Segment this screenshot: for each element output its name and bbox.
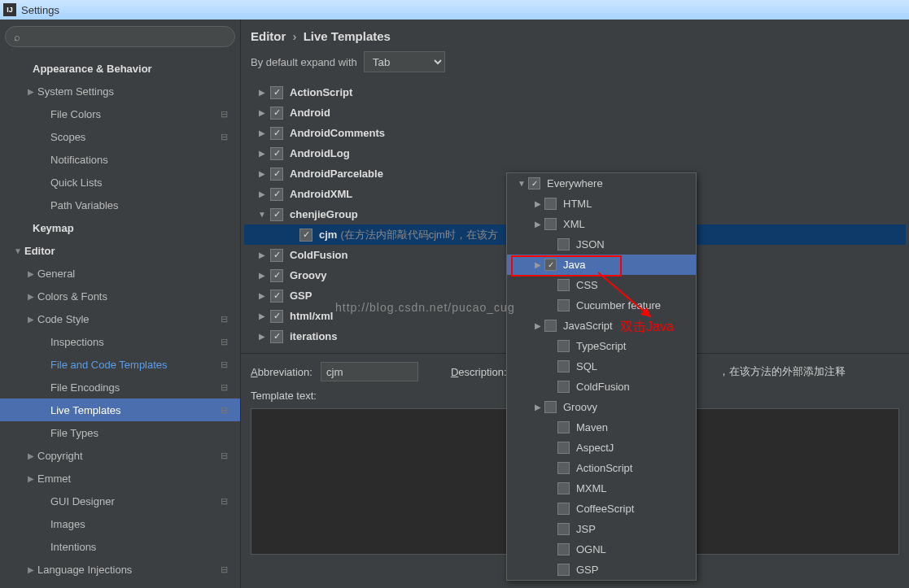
sidebar-item[interactable]: Scopes⊟ <box>0 125 240 148</box>
checkbox[interactable] <box>544 320 557 332</box>
checkbox[interactable]: ✓ <box>270 330 283 343</box>
checkbox[interactable] <box>557 279 570 291</box>
template-group-row[interactable]: ▶✓AndroidComments <box>244 123 906 143</box>
checkbox[interactable] <box>557 299 570 311</box>
abbreviation-input[interactable] <box>321 362 418 381</box>
context-item[interactable]: ColdFusion <box>507 377 696 397</box>
checkbox[interactable]: ✓ <box>270 290 283 303</box>
expand-arrow-icon: ▶ <box>254 189 270 198</box>
checkbox[interactable] <box>557 421 570 433</box>
sidebar-item[interactable]: Path Variables <box>0 194 240 216</box>
context-item[interactable]: OGNL <box>507 539 696 560</box>
sidebar-item[interactable]: File Encodings⊟ <box>0 376 240 399</box>
expand-with-select[interactable]: Tab <box>364 51 445 72</box>
sidebar-item-label: File Types <box>50 427 234 439</box>
context-item[interactable]: CoffeeScript <box>507 499 696 519</box>
checkbox[interactable]: ✓ <box>270 249 283 262</box>
checkbox[interactable]: ✓ <box>270 127 283 140</box>
checkbox[interactable] <box>557 564 570 576</box>
context-item[interactable]: SQL <box>507 356 696 377</box>
checkbox[interactable] <box>557 523 570 535</box>
template-group-row[interactable]: ▶✓ActionScript <box>244 82 906 102</box>
expand-arrow-icon: ▼ <box>11 246 24 255</box>
checkbox[interactable] <box>557 340 570 352</box>
checkbox[interactable] <box>557 238 570 250</box>
context-item[interactable]: Maven <box>507 417 696 438</box>
context-item[interactable]: TypeScript <box>507 336 696 356</box>
context-item[interactable]: MXML <box>507 478 696 499</box>
context-item[interactable]: JSP <box>507 519 696 539</box>
sidebar-item[interactable]: ▶Language Injections⊟ <box>0 558 240 581</box>
checkbox[interactable] <box>557 543 570 555</box>
context-label: CoffeeScript <box>576 503 634 515</box>
checkbox[interactable]: ✓ <box>270 168 283 181</box>
sidebar-item[interactable]: ▶System Settings <box>0 80 240 102</box>
context-item[interactable]: Cucumber feature <box>507 295 696 316</box>
checkbox[interactable] <box>557 503 570 515</box>
context-item[interactable]: ▶✓Java <box>507 255 696 275</box>
sidebar-item[interactable]: GUI Designer⊟ <box>0 490 240 512</box>
sidebar-item[interactable]: Quick Lists <box>0 171 240 194</box>
expand-arrow-icon: ▶ <box>531 199 544 208</box>
sidebar-item[interactable]: ▶General <box>0 262 240 285</box>
context-item[interactable]: GSP <box>507 560 696 580</box>
checkbox[interactable] <box>557 360 570 372</box>
sidebar-item[interactable]: File and Code Templates⊟ <box>0 353 240 376</box>
context-item[interactable]: ▶Groovy <box>507 397 696 417</box>
settings-search[interactable]: ⌕ <box>5 26 235 47</box>
context-item[interactable]: CSS <box>507 275 696 295</box>
sidebar-item[interactable]: Keymap <box>0 216 240 239</box>
checkbox[interactable] <box>557 442 570 454</box>
context-item[interactable]: ▼✓Everywhere <box>507 173 696 194</box>
context-item[interactable]: ▶JavaScript <box>507 316 696 336</box>
context-item[interactable]: ▶HTML <box>507 194 696 214</box>
sidebar-item[interactable]: Images <box>0 512 240 535</box>
checkbox[interactable]: ✓ <box>544 259 557 271</box>
sidebar-item[interactable]: File Types <box>0 421 240 444</box>
gear-icon: ⊟ <box>221 382 234 393</box>
checkbox[interactable] <box>544 218 557 230</box>
context-item[interactable]: ▶XML <box>507 214 696 234</box>
checkbox[interactable]: ✓ <box>270 147 283 160</box>
sidebar-item-label: System Settings <box>37 85 234 98</box>
checkbox[interactable] <box>544 198 557 210</box>
sidebar-item[interactable]: ▶Code Style⊟ <box>0 307 240 330</box>
checkbox[interactable]: ✓ <box>299 229 312 242</box>
context-item[interactable]: JSON <box>507 234 696 255</box>
sidebar-item[interactable]: ▶Colors & Fonts <box>0 285 240 307</box>
expand-arrow-icon: ▶ <box>254 149 270 158</box>
checkbox[interactable] <box>557 482 570 494</box>
sidebar-item[interactable]: Intentions <box>0 535 240 558</box>
checkbox[interactable]: ✓ <box>270 310 283 323</box>
sidebar-item[interactable]: ▶Emmet <box>0 467 240 490</box>
breadcrumb-current: Live Templates <box>304 29 391 43</box>
expand-arrow-icon: ▶ <box>24 292 37 301</box>
checkbox[interactable]: ✓ <box>528 177 540 189</box>
sidebar-item[interactable]: Spelling⊟ <box>0 581 240 588</box>
sidebar-item[interactable]: ▶Copyright⊟ <box>0 444 240 467</box>
sidebar-item[interactable]: ▼Editor <box>0 239 240 262</box>
sidebar-item-label: GUI Designer <box>50 495 221 507</box>
sidebar-item[interactable]: Live Templates⊟ <box>0 399 240 421</box>
checkbox[interactable]: ✓ <box>270 208 283 221</box>
expand-arrow-icon: ▶ <box>531 321 544 330</box>
template-group-row[interactable]: ▶✓Android <box>244 102 906 123</box>
context-item[interactable]: AspectJ <box>507 438 696 458</box>
checkbox[interactable]: ✓ <box>270 86 283 99</box>
template-group-row[interactable]: ▶✓AndroidLog <box>244 143 906 163</box>
checkbox[interactable]: ✓ <box>270 107 283 120</box>
sidebar-item-label: Intentions <box>50 541 234 553</box>
checkbox[interactable] <box>557 462 570 474</box>
checkbox[interactable] <box>557 381 570 393</box>
context-label: Java <box>563 259 585 271</box>
sidebar-item[interactable]: Inspections⊟ <box>0 330 240 353</box>
sidebar-item[interactable]: Appearance & Behavior <box>0 57 240 80</box>
gear-icon: ⊟ <box>221 314 234 324</box>
checkbox[interactable]: ✓ <box>270 269 283 282</box>
context-label: Groovy <box>563 401 597 413</box>
checkbox[interactable]: ✓ <box>270 188 283 201</box>
sidebar-item[interactable]: File Colors⊟ <box>0 102 240 125</box>
sidebar-item[interactable]: Notifications <box>0 148 240 171</box>
checkbox[interactable] <box>544 401 557 413</box>
context-item[interactable]: ActionScript <box>507 458 696 478</box>
